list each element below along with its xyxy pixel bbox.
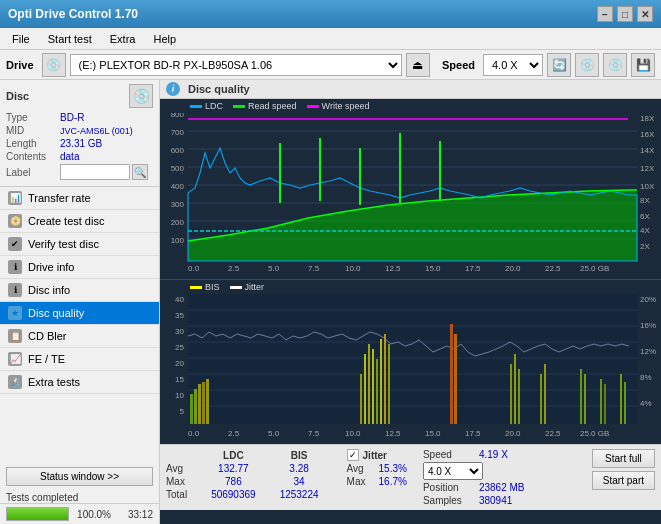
svg-text:400: 400	[171, 182, 185, 191]
nav-create-test-disc-label: Create test disc	[28, 215, 104, 227]
disc-header: Disc 💿	[6, 84, 153, 108]
legend-write-speed-label: Write speed	[322, 101, 370, 111]
status-row: Tests completed	[0, 490, 159, 503]
svg-text:22.5: 22.5	[545, 429, 561, 438]
speed-value: 4.19 X	[479, 449, 508, 460]
svg-text:6X: 6X	[640, 212, 650, 221]
speed-select[interactable]: 4.0 X	[483, 54, 543, 76]
save-btn[interactable]: 💾	[631, 53, 655, 77]
nav-extra-tests-label: Extra tests	[28, 376, 80, 388]
nav-disc-quality-label: Disc quality	[28, 307, 84, 319]
elapsed-time: 33:12	[115, 509, 153, 520]
nav-verify-test-disc[interactable]: ✔ Verify test disc	[0, 233, 159, 256]
svg-rect-85	[380, 339, 382, 424]
chart-title-icon: i	[166, 82, 180, 96]
start-full-button[interactable]: Start full	[592, 449, 655, 468]
speed-select-stats[interactable]: 4.0 X	[423, 462, 483, 480]
eject-btn[interactable]: ⏏	[406, 53, 430, 77]
svg-text:12X: 12X	[640, 164, 655, 173]
svg-text:8X: 8X	[640, 196, 650, 205]
stats-total-label: Total	[166, 488, 199, 501]
nav-fe-te-label: FE / TE	[28, 353, 65, 365]
nav-verify-test-disc-label: Verify test disc	[28, 238, 99, 250]
svg-rect-92	[518, 369, 520, 424]
svg-text:40: 40	[175, 295, 184, 304]
svg-text:22.5: 22.5	[545, 264, 561, 273]
nav-extra-tests[interactable]: 🔬 Extra tests	[0, 371, 159, 394]
nav-cd-bler-label: CD Bler	[28, 330, 67, 342]
bottom-chart: BIS Jitter 40 35 30	[160, 279, 661, 444]
disc-icon: 💿	[129, 84, 153, 108]
nav-disc-info[interactable]: ℹ Disc info	[0, 279, 159, 302]
svg-text:700: 700	[171, 128, 185, 137]
bottom-chart-legend: BIS Jitter	[160, 280, 661, 294]
svg-rect-90	[510, 364, 512, 424]
chart-title: Disc quality	[188, 83, 250, 95]
svg-text:35: 35	[175, 311, 184, 320]
svg-text:10.0: 10.0	[345, 264, 361, 273]
svg-rect-98	[604, 384, 606, 424]
nav-transfer-rate[interactable]: 📊 Transfer rate	[0, 187, 159, 210]
disc-label-input[interactable]	[60, 164, 130, 180]
main-area: Disc 💿 Type BD-R MID JVC-AMS6L (001) Len…	[0, 80, 661, 524]
legend-read-speed-label: Read speed	[248, 101, 297, 111]
nav-disc-quality[interactable]: ★ Disc quality	[0, 302, 159, 325]
stats-area: LDC BIS Avg 132.77 3.28 Max 786 34	[160, 444, 661, 510]
svg-text:8%: 8%	[640, 373, 652, 382]
stats-avg-label: Avg	[166, 462, 199, 475]
progress-percent: 100.0%	[73, 509, 111, 520]
disc-section-title: Disc	[6, 90, 29, 102]
nav-fe-te[interactable]: 📈 FE / TE	[0, 348, 159, 371]
svg-text:25.0 GB: 25.0 GB	[580, 264, 609, 273]
svg-rect-79	[206, 379, 209, 424]
start-part-button[interactable]: Start part	[592, 471, 655, 490]
disc-length-label: Length	[6, 138, 60, 149]
close-button[interactable]: ✕	[637, 6, 653, 22]
disc-btn[interactable]: 💿	[575, 53, 599, 77]
svg-rect-81	[364, 354, 366, 424]
jitter-max-value: 16.7%	[379, 476, 407, 487]
menu-help[interactable]: Help	[145, 31, 184, 47]
jitter-avg-row: Avg 15.3%	[347, 463, 407, 474]
legend-read-speed: Read speed	[233, 101, 297, 111]
svg-rect-96	[584, 374, 586, 424]
disc-label-label: Label	[6, 167, 60, 178]
stats-avg-bis: 3.28	[268, 462, 331, 475]
svg-rect-95	[580, 369, 582, 424]
svg-text:10: 10	[175, 391, 184, 400]
menu-file[interactable]: File	[4, 31, 38, 47]
svg-text:5.0: 5.0	[268, 429, 280, 438]
menu-start-test[interactable]: Start test	[40, 31, 100, 47]
nav-cd-bler[interactable]: 📋 CD Bler	[0, 325, 159, 348]
speed-section: Speed 4.19 X 4.0 X Position 23862 MB Sam…	[423, 449, 525, 506]
menu-extra[interactable]: Extra	[102, 31, 144, 47]
action-buttons: Start full Start part	[592, 449, 655, 490]
svg-text:15.0: 15.0	[425, 429, 441, 438]
stats-total-row: Total 50690369 1253224	[166, 488, 331, 501]
label-edit-btn[interactable]: 🔍	[132, 164, 148, 180]
drive-icon-btn[interactable]: 💿	[42, 53, 66, 77]
refresh-btn[interactable]: 🔄	[547, 53, 571, 77]
legend-ldc-label: LDC	[205, 101, 223, 111]
svg-text:18X: 18X	[640, 114, 655, 123]
jitter-checkbox[interactable]: ✓	[347, 449, 359, 461]
maximize-button[interactable]: □	[617, 6, 633, 22]
legend-bis-label: BIS	[205, 282, 220, 292]
status-window-btn[interactable]: Status window >>	[6, 467, 153, 486]
verify-test-disc-icon: ✔	[8, 237, 22, 251]
svg-text:2X: 2X	[640, 242, 650, 251]
stats-max-label: Max	[166, 475, 199, 488]
svg-text:600: 600	[171, 146, 185, 155]
drive-select[interactable]: (E:) PLEXTOR BD-R PX-LB950SA 1.06	[70, 54, 402, 76]
disc2-btn[interactable]: 💿	[603, 53, 627, 77]
nav-drive-info[interactable]: ℹ Drive info	[0, 256, 159, 279]
minimize-button[interactable]: −	[597, 6, 613, 22]
disc-mid-value: JVC-AMS6L (001)	[60, 126, 153, 136]
disc-quality-icon: ★	[8, 306, 22, 320]
disc-mid-row: MID JVC-AMS6L (001)	[6, 125, 153, 136]
nav-create-test-disc[interactable]: 📀 Create test disc	[0, 210, 159, 233]
stats-avg-ldc: 132.77	[199, 462, 268, 475]
svg-text:10.0: 10.0	[345, 429, 361, 438]
disc-contents-value: data	[60, 151, 153, 162]
svg-rect-86	[384, 334, 386, 424]
